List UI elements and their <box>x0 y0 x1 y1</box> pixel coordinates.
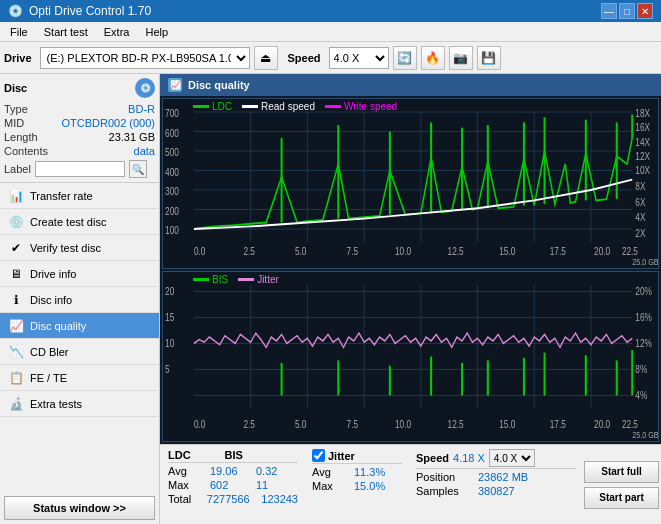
svg-text:17.5: 17.5 <box>550 419 566 430</box>
jitter-checkbox[interactable] <box>312 449 325 462</box>
nav-extra-tests-label: Extra tests <box>30 398 82 410</box>
label-input[interactable] <box>35 161 125 177</box>
svg-text:12.5: 12.5 <box>448 419 464 430</box>
nav-drive-info-label: Drive info <box>30 268 76 280</box>
avg-label: Avg <box>168 465 206 477</box>
main: Disc 💿 Type BD-R MID OTCBDR002 (000) Len… <box>0 74 661 524</box>
svg-text:100: 100 <box>165 225 179 236</box>
top-chart: LDC Read speed Write speed <box>162 98 659 269</box>
read-speed-legend-label: Read speed <box>261 101 315 112</box>
refresh-button[interactable]: 🔄 <box>393 46 417 70</box>
jitter-avg-val: 11.3% <box>354 466 385 478</box>
svg-text:4%: 4% <box>635 391 647 402</box>
minimize-button[interactable]: — <box>601 3 617 19</box>
length-label: Length <box>4 131 38 143</box>
scan-button[interactable]: 📷 <box>449 46 473 70</box>
eject-button[interactable]: ⏏ <box>254 46 278 70</box>
nav-disc-quality[interactable]: 📈 Disc quality <box>0 313 159 339</box>
menu-start-test[interactable]: Start test <box>38 24 94 40</box>
maximize-button[interactable]: □ <box>619 3 635 19</box>
nav-fe-te-label: FE / TE <box>30 372 67 384</box>
nav-cd-bler[interactable]: 📉 CD Bler <box>0 339 159 365</box>
max-ldc: 602 <box>210 479 252 491</box>
contents-value: data <box>134 145 155 157</box>
action-buttons: Start full Start part <box>584 449 659 520</box>
ldc-legend-color <box>193 105 209 108</box>
svg-text:5.0: 5.0 <box>295 419 306 430</box>
svg-text:15: 15 <box>165 313 174 324</box>
nav-disc-info-label: Disc info <box>30 294 72 306</box>
svg-text:2X: 2X <box>635 228 646 239</box>
nav-disc-info[interactable]: ℹ Disc info <box>0 287 159 313</box>
drive-select[interactable]: (E:) PLEXTOR BD-R PX-LB950SA 1.06 <box>40 47 250 69</box>
svg-text:12X: 12X <box>635 151 650 162</box>
nav-extra-tests[interactable]: 🔬 Extra tests <box>0 391 159 417</box>
avg-ldc: 19.06 <box>210 465 252 477</box>
menu-extra[interactable]: Extra <box>98 24 136 40</box>
nav-transfer-rate-label: Transfer rate <box>30 190 93 202</box>
svg-text:17.5: 17.5 <box>550 246 566 257</box>
menubar: File Start test Extra Help <box>0 22 661 42</box>
nav-transfer-rate[interactable]: 📊 Transfer rate <box>0 183 159 209</box>
svg-text:8%: 8% <box>635 365 647 376</box>
disc-icon: 💿 <box>135 78 155 98</box>
svg-text:8X: 8X <box>635 181 646 192</box>
svg-text:500: 500 <box>165 147 179 158</box>
bis-header: BIS <box>225 449 243 461</box>
nav-verify-test-disc[interactable]: ✔ Verify test disc <box>0 235 159 261</box>
label-button[interactable]: 🔍 <box>129 160 147 178</box>
start-part-button[interactable]: Start part <box>584 487 659 509</box>
nav-drive-info[interactable]: 🖥 Drive info <box>0 261 159 287</box>
disc-info-icon: ℹ <box>8 292 24 308</box>
bis-legend-color <box>193 278 209 281</box>
menu-help[interactable]: Help <box>139 24 174 40</box>
jitter-max-val: 15.0% <box>354 480 385 492</box>
svg-text:600: 600 <box>165 128 179 139</box>
titlebar-title: 💿 Opti Drive Control 1.70 <box>8 4 151 18</box>
verify-test-disc-icon: ✔ <box>8 240 24 256</box>
speed-select[interactable]: 4.0 X <box>329 47 389 69</box>
svg-text:14X: 14X <box>635 137 650 148</box>
svg-text:7.5: 7.5 <box>347 419 358 430</box>
svg-text:10.0: 10.0 <box>395 419 411 430</box>
burn-button[interactable]: 🔥 <box>421 46 445 70</box>
menu-file[interactable]: File <box>4 24 34 40</box>
charts-wrapper: LDC Read speed Write speed <box>160 96 661 444</box>
total-label: Total <box>168 493 203 505</box>
mid-value: OTCBDR002 (000) <box>61 117 155 129</box>
bottom-chart-svg: 20 15 10 5 20% 16% 12% 8% 4% 0.0 2.5 5.0… <box>163 272 658 441</box>
svg-text:25.0 GB: 25.0 GB <box>632 258 658 268</box>
nav-create-test-disc[interactable]: 💿 Create test disc <box>0 209 159 235</box>
nav-verify-test-disc-label: Verify test disc <box>30 242 101 254</box>
nav-fe-te[interactable]: 📋 FE / TE <box>0 365 159 391</box>
svg-text:2.5: 2.5 <box>243 419 254 430</box>
fe-te-icon: 📋 <box>8 370 24 386</box>
status-window-button[interactable]: Status window >> <box>4 496 155 520</box>
svg-text:10X: 10X <box>635 166 650 177</box>
close-button[interactable]: ✕ <box>637 3 653 19</box>
svg-text:7.5: 7.5 <box>347 246 358 257</box>
chart-header-icon: 📈 <box>168 78 182 92</box>
svg-text:16%: 16% <box>635 313 651 324</box>
svg-text:5.0: 5.0 <box>295 246 306 257</box>
transfer-rate-icon: 📊 <box>8 188 24 204</box>
nav-disc-quality-label: Disc quality <box>30 320 86 332</box>
svg-text:20.0: 20.0 <box>594 246 610 257</box>
total-ldc: 7277566 <box>207 493 257 505</box>
start-full-button[interactable]: Start full <box>584 461 659 483</box>
svg-text:15.0: 15.0 <box>499 419 515 430</box>
ldc-header: LDC <box>168 449 191 461</box>
svg-text:6X: 6X <box>635 197 646 208</box>
type-label: Type <box>4 103 28 115</box>
label-label: Label <box>4 163 31 175</box>
svg-text:12.5: 12.5 <box>448 246 464 257</box>
stats-bar: LDC BIS Avg 19.06 0.32 Max 602 11 Total … <box>160 444 661 524</box>
write-speed-legend-color <box>325 105 341 108</box>
svg-text:10: 10 <box>165 339 174 350</box>
avg-bis: 0.32 <box>256 465 296 477</box>
svg-text:10.0: 10.0 <box>395 246 411 257</box>
svg-text:300: 300 <box>165 186 179 197</box>
speed-dropdown[interactable]: 4.0 X <box>489 449 535 467</box>
save-button[interactable]: 💾 <box>477 46 501 70</box>
app-title: Opti Drive Control 1.70 <box>29 4 151 18</box>
